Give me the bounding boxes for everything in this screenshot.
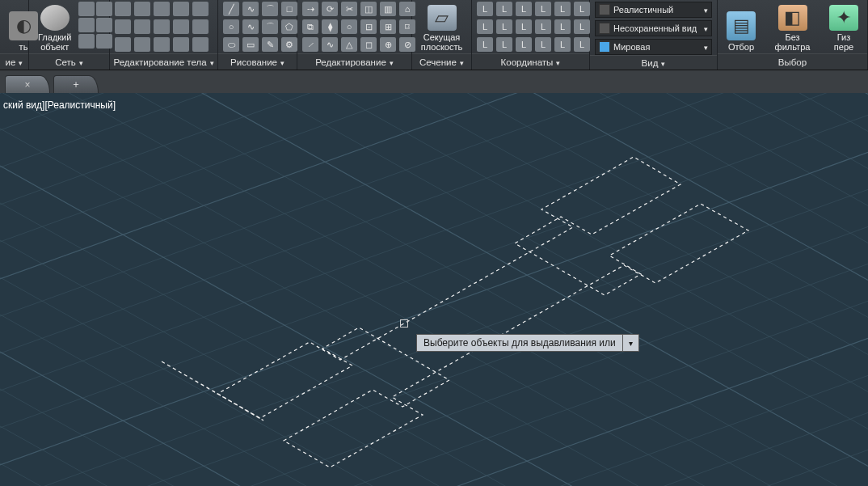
se-ico[interactable] [115,37,131,52]
mod-ico[interactable]: ⧉ [302,19,318,34]
cursor-pickbox [400,319,408,328]
ucs-ico[interactable]: L [535,37,551,52]
se-ico[interactable] [134,37,150,52]
ucs-ico[interactable]: L [554,19,571,34]
panel-view: Реалистичный Несохраненный вид Мировая В… [590,0,718,70]
se-ico[interactable] [154,37,170,52]
se-ico[interactable] [192,19,209,34]
se-ico[interactable] [173,37,189,52]
gizmo-button[interactable]: ✦ Гизпере [825,2,862,53]
draw-ico[interactable]: ╱ [223,2,239,16]
draw-ico[interactable]: ⚙ [281,37,297,52]
mod-ico[interactable]: ⟋ [302,37,318,52]
mod-ico[interactable]: ◫ [360,2,377,16]
new-tab[interactable]: ＋ [53,75,99,93]
draw-ico[interactable]: ○ [223,19,239,34]
ucs-ico[interactable]: L [477,37,493,52]
panel-section: ▱ Секущаяплоскость Сечение [412,0,472,70]
mesh-ico-3[interactable] [78,18,95,32]
ucs-ico[interactable]: L [554,2,571,16]
smooth-object-button[interactable]: Гладкийобъект [34,2,75,53]
se-ico[interactable] [115,2,131,16]
se-ico[interactable] [154,2,170,16]
se-ico[interactable] [154,19,170,34]
draw-ico[interactable]: ∿ [242,2,259,16]
drawing-tab[interactable]: × [5,75,50,93]
draw-ico[interactable]: ∿ [242,19,259,34]
viewport-label[interactable]: ский вид][Реалистичный] [3,99,116,111]
model-viewport[interactable]: ский вид][Реалистичный] Выберите объекты… [0,93,868,486]
draw-ico[interactable]: ⬠ [281,19,297,34]
dropdown-icon[interactable] [210,57,214,67]
draw-ico[interactable]: □ [281,2,297,16]
section-plane-button[interactable]: ▱ Секущаяплоскость [417,2,466,53]
mod-ico[interactable]: ⧫ [322,19,338,34]
mod-ico[interactable]: ⊞ [380,19,396,34]
ucs-ico[interactable]: L [496,19,512,34]
saved-view-value: Несохраненный вид [613,23,697,33]
dropdown-icon[interactable] [460,57,464,67]
ucs-ico[interactable]: L [516,2,532,16]
visual-style-combo[interactable]: Реалистичный [595,2,712,18]
se-ico[interactable] [134,19,150,34]
no-filter-label: Без фильтра [772,32,813,52]
ucs-ico[interactable]: L [554,37,571,52]
mesh-ico-5[interactable] [78,34,95,49]
mod-ico[interactable]: ⊕ [380,37,396,52]
panel-draw: ╱∿⌒□ ○∿⌒⬠ ⬭▭✎⚙ Рисование [218,0,297,70]
dropdown-icon[interactable] [390,57,394,67]
se-ico[interactable] [115,19,131,34]
draw-ico[interactable]: ⌒ [262,19,278,34]
ucs-combo[interactable]: Мировая [595,39,712,55]
mod-ico[interactable]: ▥ [380,2,396,16]
visual-style-value: Реалистичный [613,5,673,15]
saved-view-icon [599,23,610,34]
ucs-ico[interactable]: L [574,2,590,16]
draw-ico[interactable]: ⌒ [262,2,278,16]
panel-mesh-title: Сеть [55,57,76,67]
mod-ico[interactable]: ✂ [341,2,357,16]
ucs-ico[interactable]: L [496,2,512,16]
tooltip-dropdown-icon[interactable]: ▾ [623,334,639,352]
draw-ico[interactable]: ⬭ [223,37,239,52]
mesh-ico-1[interactable] [78,2,95,16]
draw-grid: ╱∿⌒□ ○∿⌒⬠ ⬭▭✎⚙ [223,2,299,53]
panel-create-title: ие [6,57,16,67]
sketch [0,93,868,486]
ucs-ico[interactable]: L [535,19,551,34]
mod-ico[interactable]: ⇢ [302,2,318,16]
no-filter-button[interactable]: ◧ Без фильтра [768,2,817,53]
ucs-ico[interactable]: L [477,19,493,34]
dropdown-icon[interactable] [19,57,23,67]
ucs-ico[interactable]: L [574,37,590,52]
close-icon[interactable]: × [24,79,30,91]
ucs-ico[interactable]: L [574,19,590,34]
se-ico[interactable] [173,19,189,34]
ucs-ico[interactable]: L [535,2,551,16]
se-ico[interactable] [192,2,209,16]
draw-ico[interactable]: ✎ [262,37,278,52]
filter-button[interactable]: ▤ Отбор [723,2,760,53]
mod-ico[interactable]: ○ [341,19,357,34]
ucs-ico[interactable]: L [496,37,512,52]
panel-solid-editing-title: Редактирование тела [113,57,206,67]
mod-ico[interactable]: △ [341,37,357,52]
mod-ico[interactable]: ∿ [322,37,338,52]
ucs-ico[interactable]: L [477,2,493,16]
mod-ico[interactable]: ⟳ [322,2,338,16]
se-ico[interactable] [134,2,150,16]
mod-ico[interactable]: ◻ [360,37,377,52]
dropdown-icon[interactable] [661,58,665,68]
se-ico[interactable] [173,2,189,16]
dropdown-icon[interactable] [556,57,560,67]
draw-ico[interactable]: ▭ [242,37,259,52]
saved-view-combo[interactable]: Несохраненный вид [595,20,712,36]
dropdown-icon[interactable] [79,57,83,67]
ucs-ico[interactable]: L [516,19,532,34]
se-ico[interactable] [192,37,209,52]
visual-style-icon [599,4,610,15]
create-label: ть [19,42,28,52]
ucs-ico[interactable]: L [516,37,532,52]
mod-ico[interactable]: ⊡ [360,19,377,34]
dropdown-icon[interactable] [280,57,284,67]
